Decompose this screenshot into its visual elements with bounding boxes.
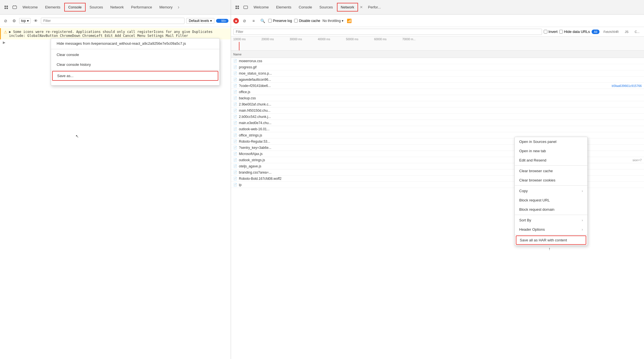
tab-sources-right[interactable]: Sources: [316, 3, 336, 11]
ctx-save-har[interactable]: Save all as HAR with content: [516, 235, 586, 245]
file-item-2[interactable]: 📄 moe_status_icons.p...: [231, 70, 644, 77]
ctx-copy-label: Copy: [519, 189, 528, 193]
tab-console-right[interactable]: Console: [295, 3, 316, 11]
invert-checkbox[interactable]: Invert: [544, 30, 558, 34]
svg-rect-2: [5, 8, 6, 9]
ctx-sort-by[interactable]: Sort By ›: [515, 216, 587, 225]
devtools-icon-r2[interactable]: [242, 3, 250, 11]
svg-rect-4: [13, 6, 17, 9]
context-selector[interactable]: top ▾: [19, 18, 31, 24]
tab-perfor-right[interactable]: Perfor...: [365, 3, 384, 11]
file-name-6: backup.css: [239, 96, 256, 100]
clear-console-item[interactable]: Clear console: [51, 50, 219, 60]
eye-btn[interactable]: 👁: [32, 17, 39, 24]
left-panel: Welcome Elements Console Sources Network…: [0, 0, 231, 359]
file-item-5[interactable]: 📄 office.js: [231, 89, 644, 95]
tab-welcome-left[interactable]: Welcome: [19, 3, 41, 11]
ctx-copy[interactable]: Copy ›: [515, 186, 587, 196]
network-table-header: Name: [231, 51, 644, 58]
console-settings-btn[interactable]: ⚙: [11, 17, 17, 24]
console-output: ⚠ ▶ Some icons were re-registered. Appli…: [0, 27, 231, 359]
clear-network-btn[interactable]: ⊘: [241, 17, 248, 24]
levels-dropdown[interactable]: Default levels ▾: [186, 18, 214, 24]
ctx-save-har-label: Save all as HAR with content: [520, 238, 567, 242]
throttling-label: No throttling: [323, 19, 341, 23]
header-arrow-icon: ›: [582, 228, 583, 232]
console-filter-input[interactable]: [41, 18, 185, 24]
svg-rect-0: [5, 6, 6, 7]
ctx-block-url[interactable]: Block request URL: [515, 196, 587, 205]
disable-cache-checkbox[interactable]: Disable cache: [294, 19, 320, 23]
tab-elements-left[interactable]: Elements: [42, 3, 64, 11]
hide-urls-checkbox[interactable]: Hide data URLs: [559, 30, 590, 34]
file-item-9[interactable]: 📄 2.b00cc542.chunk.j...: [231, 114, 644, 120]
file-item-11[interactable]: 📄 outlook-web-16.01...: [231, 126, 644, 132]
ctx-edit-resend[interactable]: Edit and Resend: [515, 156, 587, 165]
file-item-10[interactable]: 📄 main.e3ed0e74.chu...: [231, 120, 644, 126]
name-column-header: Name: [233, 53, 241, 56]
expand-icon: ▶: [3, 41, 5, 44]
file-item-4[interactable]: 📄 ?code=f29141bbe6... b5faa639661c915766: [231, 83, 644, 89]
file-item-6[interactable]: 📄 backup.css: [231, 95, 644, 101]
save-as-item[interactable]: Save as...: [52, 71, 218, 81]
filter-js[interactable]: JS: [623, 30, 631, 34]
ctx-clear-cache[interactable]: Clear browser cache: [515, 166, 587, 176]
tab-network-right[interactable]: Network: [337, 3, 358, 12]
file-name-4: ?code=f29141bbe6...: [239, 84, 271, 88]
network-filter-bar: Invert Hide data URLs All Fetch/XHR JS C…: [231, 27, 644, 37]
devtools-icon-r1[interactable]: [233, 3, 241, 11]
file-item-1[interactable]: 📄 progress.gif: [231, 64, 644, 70]
record-btn[interactable]: ●: [233, 18, 239, 24]
devtools-icon-1[interactable]: [2, 3, 10, 11]
tab-welcome-right[interactable]: Welcome: [250, 3, 272, 11]
file-icon-1: 📄: [233, 65, 237, 69]
more-tabs-left[interactable]: ›: [178, 4, 179, 10]
file-icon-18: 📄: [233, 170, 237, 174]
svg-rect-9: [236, 8, 237, 9]
hide-urls-check[interactable]: [559, 30, 563, 33]
clear-console-btn[interactable]: ⊘: [2, 17, 9, 24]
tab-elements-right[interactable]: Elements: [273, 3, 295, 11]
invert-check[interactable]: [544, 30, 547, 33]
filter-btn[interactable]: ≡: [250, 17, 257, 24]
file-icon-0: 📄: [233, 59, 237, 63]
cursor-indicator: ↖: [75, 134, 79, 138]
file-item-8[interactable]: 📄 main.f450150d.chu...: [231, 107, 644, 114]
search-network-btn[interactable]: 🔍: [259, 17, 266, 24]
network-filter-input[interactable]: [233, 29, 542, 35]
tab-network-left[interactable]: Network: [107, 3, 127, 11]
filter-more[interactable]: C...: [632, 30, 642, 34]
disable-cache-check[interactable]: [294, 19, 298, 23]
filter-all[interactable]: All: [592, 30, 599, 34]
ctx-clear-cookies[interactable]: Clear browser cookies: [515, 176, 587, 185]
hide-messages-item[interactable]: Hide messages from livepersonacard_witho…: [51, 39, 219, 48]
ctx-open-tab[interactable]: Open in new tab: [515, 146, 587, 156]
tab-close-network[interactable]: ✕: [359, 3, 364, 11]
url-hash: b5faa639661c915766: [612, 84, 642, 87]
tab-memory-left[interactable]: Memory: [156, 3, 176, 11]
file-name-13: Roboto-Regular.53...: [239, 140, 270, 143]
file-item-3[interactable]: 📄 agavedefaulticon96...: [231, 77, 644, 83]
preserve-log-check[interactable]: [268, 19, 272, 23]
preserve-log-checkbox[interactable]: Preserve log: [268, 19, 292, 23]
devtools-icon-2[interactable]: [11, 3, 19, 11]
warning-icon: ⚠: [4, 30, 7, 34]
tab-console-left[interactable]: Console: [64, 3, 86, 12]
wifi-btn[interactable]: 📶: [346, 17, 352, 24]
tab-performance-left[interactable]: Performance: [128, 3, 155, 11]
clear-history-item[interactable]: Clear console history: [51, 60, 219, 69]
svg-rect-11: [244, 6, 248, 9]
ctx-header-options[interactable]: Header Options ›: [515, 225, 587, 234]
tab-sources-left[interactable]: Sources: [86, 3, 106, 11]
file-item-0[interactable]: 📄 moeerrorux.css: [231, 58, 644, 64]
file-icon-9: 📄: [233, 115, 237, 118]
file-item-7[interactable]: 📄 2.9be002af.chunk.c...: [231, 101, 644, 107]
throttling-selector[interactable]: No throttling ▾: [323, 19, 344, 23]
ctx-open-sources[interactable]: Open in Sources panel: [515, 137, 587, 146]
left-tab-bar: Welcome Elements Console Sources Network…: [0, 0, 231, 15]
badge-count: 99+: [221, 19, 226, 23]
filter-fetchxhr[interactable]: Fetch/XHR: [601, 30, 621, 34]
levels-label: Default levels: [189, 19, 209, 23]
ctx-block-domain[interactable]: Block request domain: [515, 205, 587, 214]
timeline-cursor: [239, 42, 239, 50]
